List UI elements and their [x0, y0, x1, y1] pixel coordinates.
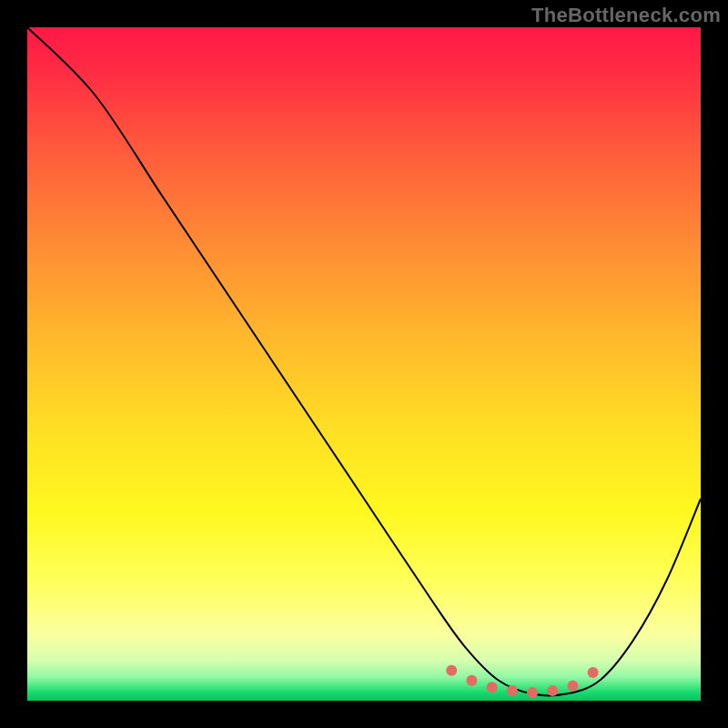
optimal-dot — [487, 682, 498, 693]
optimal-dot — [588, 667, 599, 678]
watermark-text: TheBottleneck.com — [531, 4, 721, 27]
chart-frame: TheBottleneck.com — [0, 0, 728, 728]
curve-layer — [27, 27, 701, 701]
plot-area — [27, 27, 701, 701]
optimal-dot — [446, 665, 457, 676]
bottleneck-curve — [27, 27, 701, 695]
optimal-dot — [567, 681, 578, 692]
optimal-dot — [507, 685, 518, 696]
optimal-dot — [527, 687, 538, 698]
optimal-dot — [547, 685, 558, 696]
optimal-range-dots — [446, 665, 598, 698]
optimal-dot — [466, 675, 477, 686]
